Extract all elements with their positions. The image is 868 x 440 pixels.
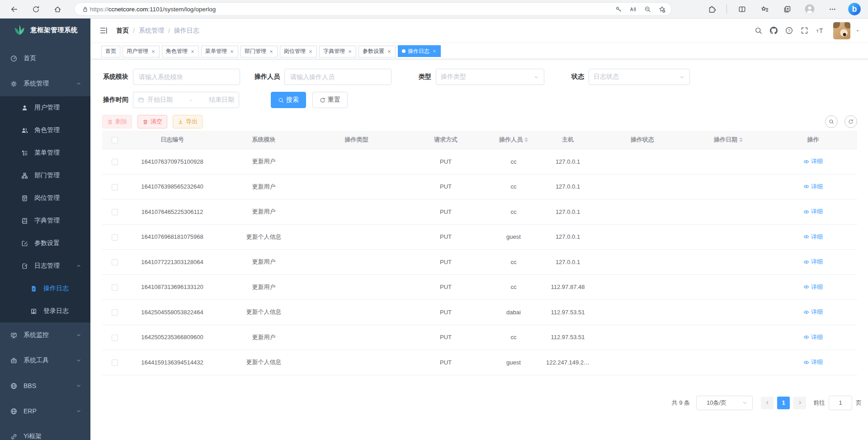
detail-link[interactable]: 详细	[803, 233, 823, 241]
github-icon[interactable]	[770, 27, 778, 34]
sidebar-item-toolbox[interactable]: 系统工具	[0, 348, 90, 373]
chevron-down-icon[interactable]	[855, 28, 860, 33]
sort-carets-icon[interactable]	[524, 137, 528, 142]
sidebar-item-link[interactable]: Yi框架	[0, 424, 90, 440]
sidebar-item-document[interactable]: 操作日志	[0, 277, 90, 300]
tab-6[interactable]: 字典管理	[319, 46, 356, 57]
goto-page-input[interactable]	[829, 396, 852, 410]
profile-icon[interactable]	[802, 1, 817, 17]
add-favorite-icon[interactable]	[655, 1, 669, 17]
key-icon[interactable]	[612, 1, 625, 17]
clear-button[interactable]: 清空	[137, 115, 167, 128]
close-icon[interactable]	[432, 49, 437, 53]
address-bar[interactable]: https://ccnetcore.com:1101/system/log/op…	[74, 2, 672, 16]
sidebar-item-edit[interactable]: 参数设置	[0, 232, 90, 255]
close-icon[interactable]	[190, 49, 195, 54]
date-range-input[interactable]: 开始日期 - 结束日期	[133, 92, 239, 108]
sidebar-item-gear[interactable]: 系统管理	[0, 71, 90, 96]
fullscreen-icon[interactable]	[801, 27, 808, 34]
help-icon[interactable]: ?	[785, 27, 793, 34]
page-size-select[interactable]: 10条/页	[696, 396, 753, 410]
reset-button[interactable]: 重置	[312, 92, 348, 108]
avatar[interactable]	[833, 22, 850, 39]
sidebar-item-login-log[interactable]: 登录日志	[0, 300, 90, 322]
column-header-5[interactable]: 操作人员	[489, 131, 538, 149]
close-icon[interactable]	[151, 49, 156, 54]
row-checkbox[interactable]	[112, 335, 118, 341]
row-checkbox[interactable]	[112, 259, 118, 265]
home-icon[interactable]	[50, 1, 65, 17]
close-icon[interactable]	[230, 49, 234, 54]
row-checkbox[interactable]	[112, 234, 118, 241]
collections-icon[interactable]	[779, 1, 795, 17]
type-select[interactable]: 操作类型	[436, 69, 544, 85]
close-icon[interactable]	[387, 49, 392, 54]
sidebar-item-org-tree[interactable]: 部门管理	[0, 164, 90, 187]
table-search-toggle-button[interactable]	[825, 115, 838, 128]
read-aloud-icon[interactable]	[626, 1, 640, 17]
close-icon[interactable]	[269, 49, 274, 54]
sidebar-item-globe-2[interactable]: ERP	[0, 398, 90, 424]
tab-4[interactable]: 部门管理	[241, 46, 278, 57]
bing-chat-icon[interactable]: b	[847, 1, 862, 17]
row-checkbox[interactable]	[112, 159, 118, 165]
tab-home[interactable]: 首页	[101, 46, 120, 57]
tab-8[interactable]: 操作日志	[398, 45, 441, 57]
page-1-button[interactable]: 1	[777, 397, 790, 409]
cell-value: 1641076398565232640	[141, 183, 203, 190]
split-screen-icon[interactable]	[734, 1, 750, 17]
tab-7[interactable]: 参数设置	[359, 46, 396, 57]
detail-link[interactable]: 详细	[803, 358, 823, 366]
operator-input[interactable]	[284, 69, 392, 85]
close-icon[interactable]	[308, 49, 313, 54]
more-icon[interactable]	[825, 1, 840, 17]
sidebar-item-log[interactable]: 日志管理	[0, 255, 90, 277]
sidebar-item-user[interactable]: 用户管理	[0, 96, 90, 119]
favorites-icon[interactable]	[757, 1, 772, 17]
row-checkbox[interactable]	[112, 360, 118, 366]
sidebar-item-dashboard[interactable]: 首页	[0, 46, 90, 71]
row-checkbox[interactable]	[112, 284, 118, 291]
select-all-checkbox[interactable]	[112, 137, 118, 143]
tab-2[interactable]: 角色管理	[162, 46, 199, 57]
close-icon[interactable]	[348, 49, 352, 54]
row-checkbox[interactable]	[112, 184, 118, 190]
extensions-icon[interactable]	[704, 1, 719, 17]
next-page-button[interactable]	[793, 397, 806, 409]
detail-link[interactable]: 详细	[803, 283, 823, 291]
sidebar-item-menu-list[interactable]: 菜单管理	[0, 142, 90, 164]
breadcrumb-home[interactable]: 首页	[116, 27, 129, 35]
detail-link[interactable]: 详细	[803, 333, 823, 341]
export-button[interactable]: 导出	[173, 115, 203, 128]
detail-link[interactable]: 详细	[803, 258, 823, 266]
tab-label: 首页	[105, 47, 116, 55]
table-refresh-button[interactable]	[844, 115, 857, 128]
status-select[interactable]: 日志状态	[589, 69, 690, 85]
detail-link[interactable]: 详细	[803, 308, 823, 316]
column-header-8[interactable]: 操作日期	[688, 131, 769, 149]
sidebar-item-monitor[interactable]: 系统监控	[0, 322, 90, 348]
sidebar-item-badge[interactable]: 岗位管理	[0, 187, 90, 209]
detail-link[interactable]: 详细	[803, 183, 823, 191]
sort-carets-icon[interactable]	[739, 137, 743, 142]
font-size-icon[interactable]: TT	[816, 27, 824, 34]
sidebar-item-users[interactable]: 角色管理	[0, 119, 90, 142]
row-checkbox[interactable]	[112, 309, 118, 316]
zoom-out-icon[interactable]	[641, 1, 654, 17]
delete-button[interactable]: 删除	[102, 115, 132, 128]
module-input[interactable]	[133, 69, 240, 85]
search-button[interactable]: 搜索	[271, 92, 306, 108]
sidebar-toggle-icon[interactable]	[99, 26, 108, 35]
search-icon[interactable]	[755, 27, 762, 34]
sidebar-item-globe[interactable]: BBS	[0, 373, 90, 398]
sidebar-item-dictionary[interactable]: 字典管理	[0, 209, 90, 232]
back-icon[interactable]	[6, 1, 22, 17]
tab-3[interactable]: 菜单管理	[201, 46, 238, 57]
tab-5[interactable]: 岗位管理	[280, 46, 317, 57]
tab-1[interactable]: 用户管理	[123, 46, 160, 57]
detail-link[interactable]: 详细	[803, 157, 823, 166]
refresh-icon[interactable]	[28, 1, 43, 17]
prev-page-button[interactable]	[761, 397, 774, 409]
detail-link[interactable]: 详细	[803, 208, 823, 216]
row-checkbox[interactable]	[112, 209, 118, 215]
